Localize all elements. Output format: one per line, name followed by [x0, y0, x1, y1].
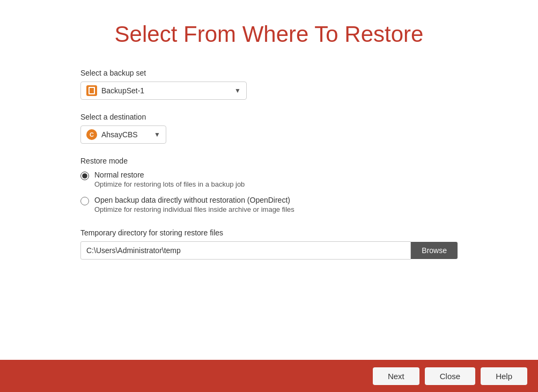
close-button[interactable]: Close [425, 367, 475, 385]
footer: Next Close Help [0, 360, 538, 392]
destination-chevron-icon: ▼ [154, 131, 160, 138]
backup-set-chevron-icon: ▼ [234, 87, 241, 94]
normal-restore-option[interactable]: Normal restore Optimize for restoring lo… [80, 171, 458, 188]
opendirect-restore-content: Open backup data directly without restor… [94, 196, 294, 213]
browse-button[interactable]: Browse [411, 242, 458, 259]
restore-mode-group: Restore mode Normal restore Optimize for… [80, 157, 458, 213]
opendirect-restore-option[interactable]: Open backup data directly without restor… [80, 196, 458, 213]
normal-restore-desc: Optimize for restoring lots of files in … [94, 180, 245, 188]
opendirect-restore-radio[interactable] [80, 197, 89, 205]
help-button[interactable]: Help [481, 367, 527, 385]
opendirect-restore-desc: Optimize for restoring individual files … [94, 205, 294, 213]
backup-set-label: Select a backup set [80, 69, 458, 77]
opendirect-restore-title: Open backup data directly without restor… [94, 196, 294, 204]
backup-set-value: BackupSet-1 [101, 86, 230, 95]
next-button[interactable]: Next [373, 367, 419, 385]
restore-mode-label: Restore mode [80, 157, 458, 165]
destination-label: Select a destination [80, 113, 458, 121]
destination-value: AhsayCBS [101, 130, 152, 139]
normal-restore-radio[interactable] [80, 172, 89, 180]
temp-dir-group: Temporary directory for storing restore … [80, 228, 458, 260]
destination-icon: C [86, 129, 97, 140]
destination-dropdown[interactable]: C AhsayCBS ▼ [80, 125, 166, 144]
backup-set-dropdown[interactable]: BackupSet-1 ▼ [80, 82, 247, 100]
temp-dir-input[interactable] [80, 241, 411, 260]
destination-group: Select a destination C AhsayCBS ▼ [80, 113, 458, 144]
page-title: Select From Where To Restore [80, 21, 458, 47]
backup-set-group: Select a backup set BackupSet-1 ▼ [80, 69, 458, 100]
temp-dir-row: Browse [80, 241, 458, 260]
temp-dir-label: Temporary directory for storing restore … [80, 228, 458, 237]
backup-set-icon [86, 85, 97, 96]
normal-restore-title: Normal restore [94, 171, 245, 179]
normal-restore-content: Normal restore Optimize for restoring lo… [94, 171, 245, 188]
